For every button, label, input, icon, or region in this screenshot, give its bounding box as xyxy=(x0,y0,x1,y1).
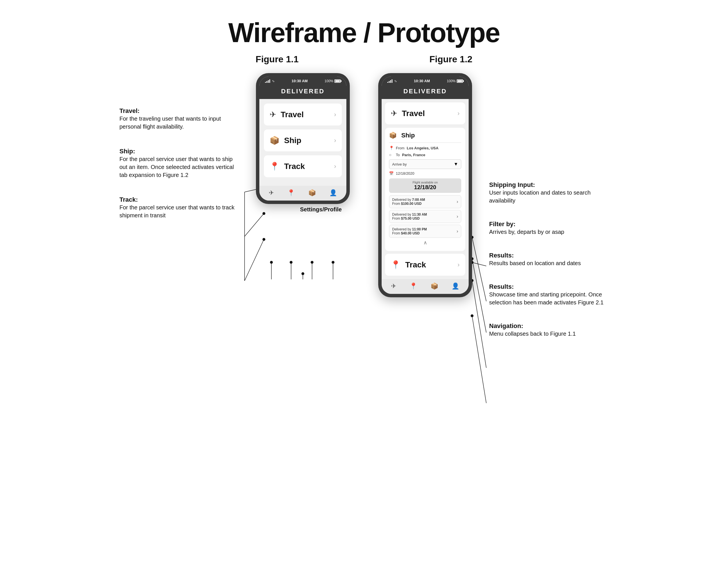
track-label: Track xyxy=(284,162,305,171)
track-icon2: 📍 xyxy=(391,260,401,269)
to-row: ○ To Paris, France xyxy=(389,152,461,157)
phones-container: ∿ 10:30 AM 100% DEL xyxy=(250,73,478,297)
flight-avail-date: 12/18/20 xyxy=(391,184,459,190)
filter-row[interactable]: Arrive by ▼ xyxy=(389,159,461,169)
annotation-navigation-text: Menu collapses back to Figure 1.1 xyxy=(489,330,609,338)
nav-travel-icon2[interactable]: ✈ xyxy=(391,283,396,290)
annotation-filter-title: Filter by: xyxy=(489,220,609,228)
filter-label: Arrive by xyxy=(392,162,407,166)
result-item-2[interactable]: Delivered by 11:00 PM From $40.00 USD › xyxy=(389,225,461,238)
result-price-2: From $40.00 USD xyxy=(392,231,427,235)
phone1-travel-item[interactable]: ✈ Travel › xyxy=(264,103,342,125)
result-arrow-1: › xyxy=(457,214,458,219)
annotation-ship-text: For the parcel service user that wants t… xyxy=(119,155,239,179)
travel-icon: ✈ xyxy=(270,110,276,119)
phone1-ship-item[interactable]: 📦 Ship › xyxy=(264,129,342,151)
collapse-arrow[interactable]: ∧ xyxy=(389,239,461,246)
nav-travel-icon[interactable]: ✈ xyxy=(269,189,274,196)
filter-chevron: ▼ xyxy=(454,161,458,167)
date-value: 12/18/2020 xyxy=(396,171,414,175)
result-item-0[interactable]: Delivered by 7:00 AM From $100.00 USD › xyxy=(389,195,461,208)
phone1-frame: ∿ 10:30 AM 100% DEL xyxy=(256,73,350,204)
track-chevron: › xyxy=(334,163,336,170)
phone2-bottom-nav: ✈ 📍 📦 👤 xyxy=(382,279,469,294)
phone2-frame: ∿ 10:30 AM 100% DEL xyxy=(378,73,472,297)
result-time-2: Delivered by 11:00 PM xyxy=(392,227,427,231)
track-chevron2: › xyxy=(458,261,460,268)
date-row: 📅 12/18/2020 xyxy=(389,171,461,175)
phone2-battery: 100% xyxy=(447,79,463,83)
nav-profile-icon[interactable]: 👤 xyxy=(329,189,337,196)
nav-track-icon[interactable]: 📍 xyxy=(287,189,295,196)
wifi-icon2: ∿ xyxy=(394,79,397,83)
ship-inputs: 📍 From Los Angeles, USA ○ To Paris, Fran… xyxy=(389,142,461,247)
annotation-results2-text: Showcase time and starting pricepoint. O… xyxy=(489,291,609,307)
annotation-track-text: For the parcel service user that wants t… xyxy=(119,203,239,219)
annotation-travel-title: Travel: xyxy=(119,107,239,115)
figure-labels: Figure 1.1 Figure 1.2 xyxy=(0,54,728,65)
phone1-track-item[interactable]: 📍 Track › xyxy=(264,155,342,177)
ship-icon: 📦 xyxy=(270,136,280,145)
right-annotations: Shipping Input: User inputs location and… xyxy=(489,181,609,354)
phone1-battery: 100% xyxy=(324,79,341,83)
ship-icon2: 📦 xyxy=(389,132,397,139)
annotation-navigation: Navigation: Menu collapses back to Figur… xyxy=(489,322,609,338)
ship-label: Ship xyxy=(284,136,301,145)
signal-icon2 xyxy=(387,79,392,83)
main-content: Travel: For the traveling user that want… xyxy=(0,73,728,354)
travel-chevron2: › xyxy=(458,110,460,117)
to-icon: ○ xyxy=(389,152,394,157)
calendar-icon: 📅 xyxy=(389,171,394,175)
phone1-menu: ✈ Travel › 📦 Ship xyxy=(259,99,346,186)
annotation-shipping-input-title: Shipping Input: xyxy=(489,181,609,189)
ship-label2: Ship xyxy=(401,132,415,139)
track-icon: 📍 xyxy=(270,161,280,171)
annotation-results2: Results: Showcase time and starting pric… xyxy=(489,283,609,307)
flight-avail-label: Flight available on xyxy=(391,181,459,184)
nav-ship-icon2[interactable]: 📦 xyxy=(431,283,438,290)
nav-profile-icon2[interactable]: 👤 xyxy=(452,283,459,290)
track-label2: Track xyxy=(405,260,426,269)
from-label: From xyxy=(396,146,404,150)
annotation-filter-by: Filter by: Arrives by, departs by or asa… xyxy=(489,220,609,236)
left-annotations: Travel: For the traveling user that want… xyxy=(119,107,239,236)
phone2-signal: ∿ xyxy=(387,79,397,83)
travel-label: Travel xyxy=(281,110,304,119)
annotation-results2-title: Results: xyxy=(489,283,609,291)
battery-icon xyxy=(334,79,341,83)
result-arrow-2: › xyxy=(457,229,458,234)
battery-pct: 100% xyxy=(324,79,333,83)
annotation-ship: Ship: For the parcel service user that w… xyxy=(119,148,239,179)
annotation-results1: Results: Results based on location and d… xyxy=(489,252,609,267)
nav-ship-icon[interactable]: 📦 xyxy=(308,189,316,196)
phone1-app-name: DELIVERED xyxy=(259,88,346,95)
annotation-shipping-input-text: User inputs location and dates to search… xyxy=(489,189,609,204)
flight-available: Flight available on 12/18/20 xyxy=(389,178,461,193)
to-label: To xyxy=(396,153,400,157)
phone2-travel-item[interactable]: ✈ Travel › xyxy=(385,102,465,124)
annotation-track: Track: For the parcel service user that … xyxy=(119,196,239,219)
battery-icon2 xyxy=(457,79,463,83)
svg-line-15 xyxy=(472,316,486,403)
travel-label2: Travel xyxy=(402,109,425,118)
annotation-travel: Travel: For the traveling user that want… xyxy=(119,107,239,131)
phone2-track-item[interactable]: 📍 Track › xyxy=(385,254,465,276)
annotation-results1-text: Results based on location and dates xyxy=(489,259,609,267)
result-item-1[interactable]: Delivered by 11:30 AM From $75.00 USD › xyxy=(389,210,461,223)
svg-point-16 xyxy=(471,315,473,317)
battery-pct2: 100% xyxy=(447,79,456,83)
phone2-ship-expanded: 📦 Ship 📍 From Los Angeles, USA xyxy=(385,128,465,251)
phone2-time: 10:30 AM xyxy=(414,79,430,83)
settings-profile-label: Settings/Profile xyxy=(300,206,342,495)
result-time-1: Delivered by 11:30 AM xyxy=(392,212,427,216)
wifi-icon: ∿ xyxy=(272,79,275,83)
phone1-status-bar: ∿ 10:30 AM 100% xyxy=(259,76,346,85)
annotation-filter-text: Arrives by, departs by or asap xyxy=(489,228,609,236)
signal-icon xyxy=(265,79,270,83)
figure2-label: Figure 1.2 xyxy=(429,54,472,65)
phone2-status-bar: ∿ 10:30 AM 100% xyxy=(382,76,469,85)
figure1-label: Figure 1.1 xyxy=(256,54,299,65)
result-price-0: From $100.00 USD xyxy=(392,202,425,206)
annotation-navigation-title: Navigation: xyxy=(489,322,609,330)
nav-track-icon2[interactable]: 📍 xyxy=(409,283,417,290)
